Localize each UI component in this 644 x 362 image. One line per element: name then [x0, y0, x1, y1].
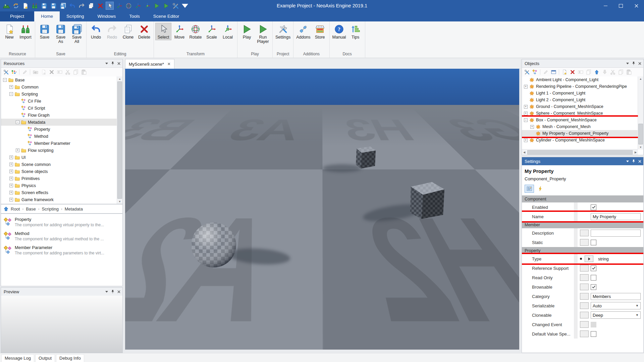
tree-row[interactable]: Flow Graph	[1, 112, 117, 119]
close-icon[interactable]	[117, 290, 120, 293]
save-button[interactable]: Save	[37, 23, 53, 40]
tree-row[interactable]: Method	[1, 133, 117, 140]
local-button[interactable]	[144, 2, 151, 9]
reset-button[interactable]	[580, 293, 589, 300]
reset-button[interactable]	[580, 321, 589, 328]
up-arrow-icon[interactable]	[594, 69, 599, 75]
scene-viewport[interactable]: H3G3F3E3D3C3B3A3H3G3F3E3D3C3B3A3H2G2F2E2…	[125, 69, 519, 350]
caret-down-button[interactable]	[181, 2, 189, 9]
close-icon[interactable]	[638, 62, 641, 65]
expand-icon[interactable]: +	[9, 170, 13, 173]
tree-row[interactable]: +Game framework	[1, 196, 117, 203]
menu-tab-home[interactable]: Home	[34, 11, 60, 21]
menu-tab-scripting[interactable]: Scripting	[60, 11, 91, 21]
scroll-up-icon[interactable]: ▲	[638, 76, 643, 81]
shapes-icon[interactable]	[11, 69, 17, 75]
manual-button[interactable]: ?Manual	[331, 23, 347, 40]
expand-icon[interactable]: +	[9, 163, 13, 166]
sphere[interactable]	[191, 223, 236, 267]
tree-row[interactable]: −Box - Component_MeshInSpace	[522, 117, 638, 123]
up-level-icon[interactable]	[4, 206, 8, 211]
menu-tab-project[interactable]: Project	[0, 11, 34, 21]
delete-button[interactable]: Delete	[136, 23, 152, 40]
save-button[interactable]	[40, 2, 48, 9]
meta-icon[interactable]	[532, 69, 538, 75]
expand-icon[interactable]: +	[524, 112, 528, 115]
tree-row[interactable]: +UI	[1, 154, 117, 161]
save-button[interactable]	[50, 2, 57, 9]
new-file-button[interactable]	[21, 2, 29, 9]
checkbox[interactable]	[591, 204, 596, 210]
tools-sm-icon[interactable]	[3, 69, 9, 75]
tree-row[interactable]: +Screen effects	[1, 189, 117, 196]
breadcrumb-item-scripting[interactable]: Scripting	[42, 206, 59, 212]
reset-button[interactable]	[580, 239, 589, 246]
tab-close-icon[interactable]: ✕	[167, 62, 171, 66]
dropdown[interactable]: Auto▼	[591, 302, 641, 309]
import-button[interactable]	[31, 2, 38, 9]
bottom-tab-message-log[interactable]: Message Log	[1, 354, 34, 362]
tree-row[interactable]: +Sphere - Component_MeshInSpace	[522, 110, 638, 117]
reset-button[interactable]	[580, 274, 589, 281]
pin-icon[interactable]	[632, 61, 635, 65]
reset-button[interactable]	[580, 302, 589, 309]
panel-menu-icon[interactable]	[105, 63, 108, 64]
expand-icon[interactable]: +	[16, 148, 19, 152]
scroll-up-icon[interactable]: ▲	[117, 76, 122, 81]
collapse-icon[interactable]: −	[3, 78, 7, 82]
tree-row[interactable]: Ambient Light - Component_Light	[522, 76, 638, 83]
tree-row[interactable]: +Scene common	[1, 161, 117, 168]
text-input[interactable]: Members	[591, 293, 641, 300]
scrollbar-thumb[interactable]	[117, 81, 122, 199]
tools-sm-icon[interactable]	[524, 69, 530, 75]
tree-row[interactable]: +Ground - Component_MeshInSpace	[522, 103, 638, 110]
neoaxis-logo-button[interactable]	[3, 2, 10, 9]
local-button[interactable]: Local	[220, 23, 236, 40]
addons-button[interactable]: Addons	[295, 23, 312, 40]
window-icon[interactable]	[551, 69, 556, 75]
sync-button[interactable]	[12, 2, 19, 9]
close-icon[interactable]	[117, 62, 120, 65]
checkbox[interactable]	[591, 275, 596, 281]
save-as-button[interactable]: Save As	[53, 23, 69, 45]
close-button[interactable]	[629, 0, 644, 11]
expand-icon[interactable]: +	[9, 85, 13, 89]
box-near[interactable]	[410, 182, 444, 219]
menu-tab-scene-editor[interactable]: Scene Editor	[147, 11, 186, 21]
expand-icon[interactable]: +	[9, 156, 13, 159]
rotate-button[interactable]: Rotate	[187, 23, 204, 40]
vertical-scrollbar[interactable]: ▲ ▼	[117, 76, 122, 204]
save-all-button[interactable]	[59, 2, 66, 9]
move-button[interactable]: Move	[171, 23, 187, 40]
clone-button[interactable]: Clone	[120, 23, 136, 40]
panel-menu-icon[interactable]	[105, 291, 108, 293]
tools-sm-button[interactable]	[172, 2, 179, 9]
expand-icon[interactable]: +	[524, 138, 528, 142]
tree-row[interactable]: −Base	[1, 76, 117, 83]
scrollbar-thumb[interactable]	[527, 150, 633, 155]
list-item[interactable]: MethodThe component for adding virtual m…	[1, 229, 122, 243]
pin-icon[interactable]	[632, 159, 635, 163]
tips-button[interactable]: Tips	[347, 23, 364, 40]
scroll-left-icon[interactable]: ◀	[522, 149, 527, 155]
scroll-right-icon[interactable]: ▶	[633, 149, 638, 155]
collapse-icon[interactable]: −	[524, 118, 528, 122]
menu-tab-windows[interactable]: Windows	[91, 11, 123, 21]
tree-row[interactable]: Property	[1, 126, 117, 133]
undo-button[interactable]	[68, 2, 76, 9]
expand-icon[interactable]: +	[524, 105, 528, 109]
settings-button[interactable]: Settings	[274, 23, 292, 40]
play-button[interactable]: Play	[239, 23, 255, 40]
checkbox[interactable]	[591, 265, 596, 271]
expand-icon[interactable]: +	[9, 177, 13, 180]
tree-row[interactable]: −Metadata	[1, 119, 117, 126]
type-picker-button[interactable]	[585, 255, 593, 262]
run-player-button[interactable]: Run Player	[255, 23, 271, 45]
panel-menu-icon[interactable]	[626, 63, 629, 64]
save-all-button[interactable]: Save All	[69, 23, 85, 45]
scrollbar-thumb[interactable]	[638, 124, 643, 144]
tree-row[interactable]: −Scripting	[1, 90, 117, 98]
vertical-scrollbar[interactable]: ▲ ▼	[638, 76, 643, 149]
tree-row[interactable]: +Mesh - Component_Mesh	[522, 123, 638, 130]
breadcrumb-item-base[interactable]: Base	[26, 206, 36, 212]
